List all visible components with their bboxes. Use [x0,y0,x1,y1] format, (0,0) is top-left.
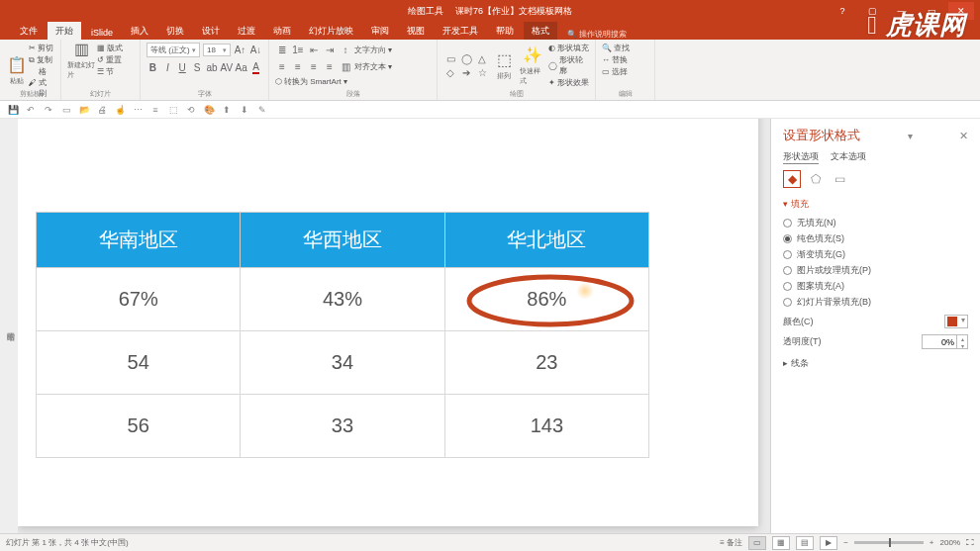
reset-button[interactable]: ↺ 重置 [97,54,123,65]
shape-gallery2[interactable]: ◯ [459,51,473,65]
slide-canvas[interactable]: 华南地区 华西地区 华北地区 67% 43% 86% [18,119,770,533]
table-header[interactable]: 华北地区 [444,213,648,268]
pane-close-button[interactable]: ✕ [959,130,968,142]
qat-bringfwd-icon[interactable]: ⬆ [220,103,234,117]
align-text-button[interactable]: 对齐文本▾ [354,61,392,72]
align-right-icon[interactable]: ≡ [307,59,321,73]
indent-dec-icon[interactable]: ⇤ [307,43,321,56]
section-button[interactable]: ☰ 节 [97,66,123,77]
zoom-in-button[interactable]: + [930,538,934,547]
tab-view[interactable]: 视图 [399,22,433,40]
transparency-input[interactable] [923,335,956,348]
text-direction-button[interactable]: 文字方向▾ [354,45,392,55]
select-button[interactable]: ▭ 选择 [602,66,648,77]
columns-icon[interactable]: ▥ [339,59,352,73]
fill-gradient-radio[interactable]: 渐变填充(G) [783,248,968,261]
copy-button[interactable]: ⧉ 复制 [29,54,54,65]
find-button[interactable]: 🔍 查找 [602,43,648,53]
italic-icon[interactable]: I [161,60,174,74]
line-spacing-icon[interactable]: ↕ [339,43,352,56]
tab-slideshow[interactable]: 幻灯片放映 [301,22,361,40]
close-button[interactable]: ✕ [948,2,974,20]
qat-group-icon[interactable]: ⬚ [166,103,180,117]
qat-sendback-icon[interactable]: ⬇ [238,103,251,117]
shrink-font-icon[interactable]: A↓ [249,44,262,57]
table-cell[interactable]: 143 [444,395,648,458]
indent-inc-icon[interactable]: ⇥ [323,43,337,56]
align-left-icon[interactable]: ≡ [275,59,289,73]
fill-solid-radio[interactable]: 纯色填充(S) [783,232,968,245]
transparency-spinner[interactable]: ▴▾ [922,334,968,349]
align-center-icon[interactable]: ≡ [291,59,305,73]
case-icon[interactable]: Aa [235,60,247,74]
zoom-slider[interactable] [854,541,924,544]
tab-home[interactable]: 开始 [48,22,81,40]
shape-gallery5[interactable]: ➔ [459,65,473,79]
qat-rotate-icon[interactable]: ⟲ [184,103,198,117]
table-cell[interactable]: 56 [37,395,241,458]
qat-redo-icon[interactable]: ↷ [42,103,55,117]
bullets-icon[interactable]: ≣ [275,43,289,56]
shape-gallery[interactable]: ▭ [443,51,457,65]
tab-format-context[interactable]: 格式 [524,22,557,40]
notes-button[interactable]: ≡ 备注 [720,537,742,548]
shape-gallery4[interactable]: ◇ [443,65,457,79]
bold-icon[interactable]: B [147,60,159,74]
table-header[interactable]: 华南地区 [37,213,241,268]
spin-up-icon[interactable]: ▴ [957,335,967,342]
fill-line-tab-icon[interactable]: ◆ [783,170,801,188]
tab-developer[interactable]: 开发工具 [435,22,486,40]
smartart-button[interactable]: ⬡ 转换为 SmartArt▾ [275,76,347,87]
font-family-select[interactable]: 等线 (正文)▾ [147,43,200,57]
shape-effects-button[interactable]: ✦ 形状效果 [548,77,589,88]
tab-transition[interactable]: 切换 [158,22,192,40]
tab-text-options[interactable]: 文本选项 [831,150,866,164]
maximize-button[interactable]: ▭ [919,2,944,20]
pane-dropdown-icon[interactable]: ▾ [908,131,913,141]
font-color-icon[interactable]: A [249,60,262,74]
spacing-icon[interactable]: AV [220,60,233,74]
help-button[interactable]: ? [830,2,855,20]
tab-islide[interactable]: iSlide [83,25,121,40]
tab-shape-options[interactable]: 形状选项 [783,150,819,164]
zoom-out-button[interactable]: − [843,538,848,547]
tab-review[interactable]: 审阅 [363,22,397,40]
qat-align-icon[interactable]: ≡ [148,103,162,117]
qat-print-icon[interactable]: 🖨 [95,103,109,117]
cut-button[interactable]: ✂ 剪切 [29,43,54,53]
shape-gallery3[interactable]: △ [475,51,489,65]
qat-save-icon[interactable]: 💾 [6,103,20,117]
qat-more-icon[interactable]: ⋯ [131,103,145,117]
font-size-select[interactable]: 18▾ [203,44,231,56]
qat-new-icon[interactable]: ▭ [59,103,73,117]
table-cell[interactable]: 43% [241,268,444,331]
justify-icon[interactable]: ≡ [323,59,337,73]
grow-font-icon[interactable]: A↑ [234,44,246,57]
qat-open-icon[interactable]: 📂 [77,103,91,117]
strike-icon[interactable]: S [191,60,204,74]
tell-me-search[interactable]: 🔍 操作说明搜索 [567,29,627,40]
shadow-icon[interactable]: ab [206,60,219,74]
effects-tab-icon[interactable]: ⬠ [807,170,825,188]
tab-animations[interactable]: 动画 [265,22,299,40]
table-cell[interactable]: 23 [444,331,648,395]
zoom-level[interactable]: 200% [940,538,960,547]
qat-format-icon[interactable]: ✎ [255,103,269,117]
table-cell[interactable]: 54 [37,331,241,395]
spin-down-icon[interactable]: ▾ [957,342,967,349]
slideshow-view-button[interactable]: ▶ [820,536,837,550]
quick-styles-button[interactable]: ✨快速样式 [520,48,546,82]
section-line[interactable]: ▸ 线条 [783,357,968,370]
section-fill[interactable]: ▾ 填充 [783,198,968,211]
table-cell[interactable]: 34 [241,331,444,395]
underline-icon[interactable]: U [176,60,189,74]
size-tab-icon[interactable]: ▭ [831,170,848,188]
reading-view-button[interactable]: ▤ [796,536,814,550]
table-header[interactable]: 华西地区 [241,213,444,268]
table-cell[interactable]: 33 [241,395,444,458]
qat-undo-icon[interactable]: ↶ [24,103,38,117]
fill-slidebg-radio[interactable]: 幻灯片背景填充(B) [783,296,968,309]
fill-pattern-radio[interactable]: 图案填充(A) [783,280,968,293]
fill-color-picker[interactable] [944,315,968,328]
fill-picture-radio[interactable]: 图片或纹理填充(P) [783,264,968,277]
